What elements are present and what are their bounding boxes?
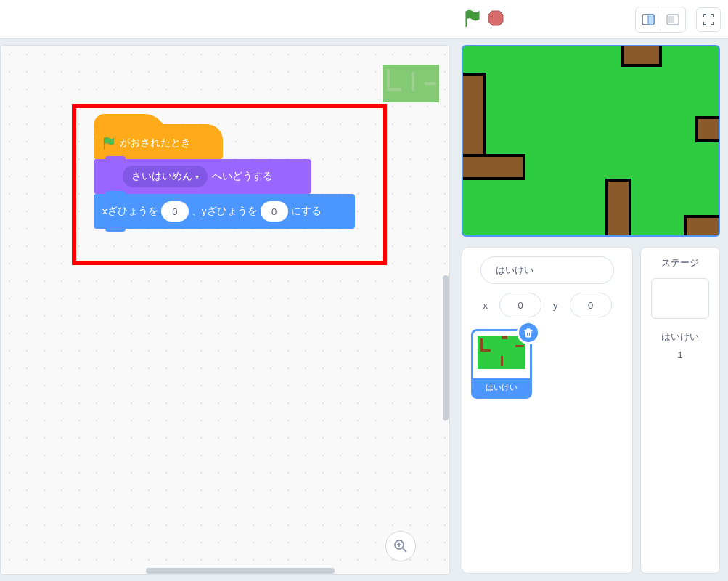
- y-value: 0: [588, 300, 593, 311]
- block-stack[interactable]: がおされたとき さいはいめん ▾ へいどうする xざひょうを 0 、yざひょうを…: [94, 124, 355, 229]
- sprite-name-field[interactable]: はいけい: [480, 256, 614, 284]
- scrollbar-horizontal[interactable]: [1, 567, 449, 574]
- stop-button[interactable]: [488, 10, 504, 29]
- svg-marker-0: [488, 11, 503, 25]
- y-input[interactable]: 0: [261, 201, 288, 222]
- blue-suffix: にする: [291, 205, 322, 218]
- svg-rect-15: [515, 345, 524, 347]
- stage-panel: ステージ はいけい 1: [640, 247, 720, 574]
- layer-dropdown[interactable]: さいはいめん ▾: [123, 166, 208, 187]
- backdrop-count: 1: [650, 349, 711, 360]
- sprite-watermark: [383, 65, 439, 102]
- dropdown-value: さいはいめん: [131, 170, 192, 183]
- stage-thumbnail[interactable]: [651, 278, 709, 319]
- sprite-thumbnail: [478, 336, 525, 369]
- looks-layer-block[interactable]: さいはいめん ▾ へいどうする: [94, 159, 311, 194]
- green-flag-button[interactable]: [465, 9, 480, 30]
- scrollbar-vertical[interactable]: [442, 46, 449, 574]
- svg-rect-16: [501, 356, 503, 366]
- svg-rect-8: [412, 72, 414, 91]
- svg-rect-19: [527, 329, 530, 330]
- svg-rect-14: [502, 336, 507, 339]
- svg-rect-9: [425, 82, 436, 85]
- stage-preview[interactable]: [462, 45, 720, 237]
- svg-rect-7: [387, 88, 401, 91]
- sprite-card-label: はいけい: [473, 378, 530, 397]
- x-field[interactable]: 0: [499, 293, 541, 317]
- large-stage-button[interactable]: [660, 7, 685, 32]
- svg-rect-17: [525, 331, 531, 337]
- zoom-in-button[interactable]: [385, 531, 416, 561]
- stage-panel-title: ステージ: [650, 256, 711, 269]
- chevron-down-icon: ▾: [195, 173, 199, 181]
- view-mode-controls: [635, 7, 686, 33]
- blue-mid: 、yざひょうを: [192, 205, 258, 218]
- purple-suffix: へいどうする: [212, 170, 273, 183]
- y-field[interactable]: 0: [570, 293, 612, 317]
- x-label: x: [483, 300, 488, 311]
- flag-icon: [102, 137, 115, 150]
- top-bar: [0, 0, 728, 39]
- x-input[interactable]: 0: [161, 201, 189, 222]
- trash-icon: [523, 328, 533, 338]
- svg-rect-2: [648, 15, 654, 25]
- x-value: 0: [518, 300, 523, 311]
- scripts-workspace: がおされたとき さいはいめん ▾ へいどうする xざひょうを 0 、yざひょうを…: [0, 45, 450, 575]
- fullscreen-button[interactable]: [696, 7, 721, 32]
- svg-rect-13: [480, 349, 491, 352]
- delete-sprite-button[interactable]: [517, 321, 540, 344]
- small-stage-button[interactable]: [636, 7, 660, 32]
- blue-x-label: xざひょうを: [102, 205, 158, 218]
- motion-goto-block[interactable]: xざひょうを 0 、yざひょうを 0 にする: [94, 194, 355, 229]
- svg-rect-6: [387, 69, 390, 91]
- workspace-canvas[interactable]: がおされたとき さいはいめん ▾ へいどうする xざひょうを 0 、yざひょうを…: [1, 46, 449, 574]
- y-label: y: [553, 300, 558, 311]
- sprite-name-value: はいけい: [496, 264, 533, 277]
- sprite-panel: はいけい x 0 y 0 はいけい: [462, 247, 633, 574]
- coord-row: x 0 y 0: [471, 293, 623, 317]
- sprite-card[interactable]: はいけい: [471, 329, 532, 399]
- backdrop-label: はいけい: [650, 330, 711, 344]
- hat-label: がおされたとき: [120, 137, 191, 150]
- svg-rect-4: [668, 16, 674, 23]
- event-hat-block[interactable]: がおされたとき: [94, 124, 223, 159]
